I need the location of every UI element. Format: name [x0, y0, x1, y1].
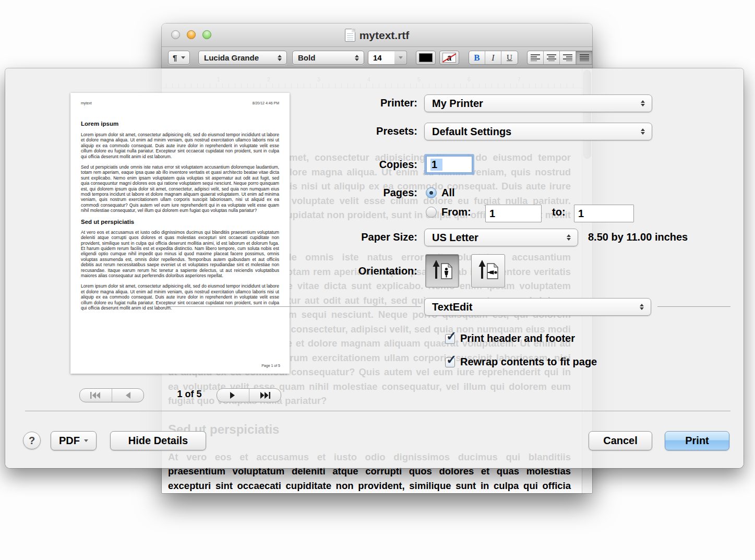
italic-button[interactable]: I	[485, 51, 501, 64]
pages-all-label: All	[441, 187, 455, 199]
landscape-orientation-icon	[476, 259, 500, 283]
align-right-button[interactable]	[560, 51, 576, 64]
preview-header: mytext 8/20/12 4:46 PM	[81, 101, 279, 105]
paper-size-dimensions: 8.50 by 11.00 inches	[588, 231, 688, 243]
stepper-icon	[567, 234, 571, 241]
stepper-icon	[641, 128, 645, 135]
footer-separator	[25, 411, 730, 411]
pages-to-value: 1	[578, 208, 584, 220]
bold-button[interactable]: B	[469, 51, 485, 64]
first-page-button[interactable]	[80, 389, 112, 402]
previous-page-icon	[124, 392, 131, 399]
first-page-icon	[90, 392, 101, 399]
rewrap-contents-option: ✓ Rewrap contents to fit page	[445, 358, 597, 368]
hide-details-label: Hide Details	[128, 435, 188, 447]
app-options-value: TextEdit	[432, 301, 472, 313]
font-size-dropdown-button[interactable]	[394, 51, 407, 65]
copies-field[interactable]: 1	[426, 156, 473, 173]
font-family-popup[interactable]: Lucida Grande	[198, 51, 287, 65]
font-family-value: Lucida Grande	[204, 53, 259, 62]
paper-size-value: US Letter	[432, 232, 478, 244]
pages-from-field[interactable]: 1	[485, 205, 542, 222]
highlight-color-well[interactable]: a	[439, 51, 459, 65]
orientation-portrait-button[interactable]	[425, 254, 459, 288]
preview-heading-2: Sed ut perspiciatis	[81, 219, 279, 225]
align-center-icon	[547, 54, 556, 61]
next-page-icon	[229, 392, 236, 399]
rewrap-contents-checkbox[interactable]: ✓	[445, 358, 455, 367]
previous-page-button[interactable]	[112, 389, 144, 402]
text-style-segmented: B I U	[469, 51, 518, 65]
print-preview-page: mytext 8/20/12 4:46 PM Lorem ipsum Lorem…	[70, 93, 290, 374]
preview-paragraph: Sed ut perspiciatis unde omnis iste natu…	[81, 164, 279, 213]
stepper-icon	[641, 100, 645, 106]
cancel-label: Cancel	[603, 435, 638, 447]
stepper-icon	[278, 55, 282, 61]
orientation-label: Orientation:	[287, 265, 417, 277]
print-button[interactable]: Print	[665, 431, 729, 450]
align-justify-button[interactable]	[576, 51, 592, 64]
portrait-orientation-icon	[430, 259, 454, 283]
align-left-icon	[531, 54, 540, 61]
format-toolbar: ¶ Lucida Grande Bold 14 a	[162, 47, 592, 68]
align-justify-icon	[580, 54, 589, 61]
stepper-icon	[355, 55, 359, 61]
document-icon	[345, 29, 355, 42]
help-button[interactable]: ?	[23, 432, 41, 449]
paper-size-label: Paper Size:	[287, 231, 417, 243]
pages-all-radio[interactable]	[426, 187, 437, 198]
pager-forward-segmented	[217, 388, 281, 402]
copies-value: 1	[430, 159, 442, 171]
pages-range-radio[interactable]	[426, 207, 437, 218]
paper-size-popup[interactable]: US Letter	[424, 229, 578, 246]
copies-label: Copies:	[287, 159, 417, 171]
chevron-down-icon	[181, 56, 185, 59]
align-center-button[interactable]	[544, 51, 560, 64]
alignment-segmented	[527, 51, 592, 65]
paragraph-styles-button[interactable]: ¶	[168, 51, 190, 65]
last-page-icon	[259, 392, 271, 399]
printer-popup[interactable]: My Printer	[424, 94, 652, 112]
orientation-landscape-button[interactable]	[471, 254, 505, 288]
presets-value: Default Settings	[432, 126, 511, 138]
presets-label: Presets:	[287, 125, 417, 137]
pages-label: Pages:	[287, 187, 417, 199]
underline-button[interactable]: U	[501, 51, 518, 64]
align-right-icon	[563, 54, 572, 61]
pager-label: 1 of 5	[158, 389, 221, 400]
print-header-footer-checkbox[interactable]: ✓	[445, 334, 455, 344]
align-left-button[interactable]	[528, 51, 544, 64]
preview-paragraph: Lorem ipsum dolor sit amet, consectetur …	[81, 132, 279, 159]
no-color-icon: a	[442, 53, 456, 63]
hide-details-button[interactable]: Hide Details	[110, 431, 206, 450]
preview-heading-1: Lorem ipsum	[81, 121, 279, 127]
pager-back-segmented	[79, 388, 144, 402]
desktop: mytext.rtf ¶ Lucida Grande Bold 14	[0, 0, 755, 560]
pages-to-label: to:	[552, 206, 566, 218]
pdf-menu-button[interactable]: PDF	[51, 431, 97, 450]
font-style-value: Bold	[298, 53, 315, 62]
window-titlebar[interactable]: mytext.rtf	[162, 23, 592, 47]
presets-popup[interactable]: Default Settings	[424, 123, 652, 140]
window-title-group: mytext.rtf	[162, 23, 592, 47]
last-page-button[interactable]	[249, 389, 281, 402]
font-size-field[interactable]: 14	[368, 51, 395, 65]
pages-to-field[interactable]: 1	[574, 205, 634, 222]
next-page-button[interactable]	[217, 389, 249, 402]
checkmark-icon: ✓	[446, 353, 457, 366]
pilcrow-icon: ¶	[173, 53, 177, 62]
preview-header-datetime: 8/20/12 4:46 PM	[253, 101, 279, 105]
printer-value: My Printer	[432, 98, 483, 110]
stepper-icon	[640, 304, 644, 310]
rewrap-contents-label: Rewrap contents to fit page	[460, 356, 597, 368]
text-color-well[interactable]	[416, 51, 436, 65]
divider-line	[657, 306, 730, 307]
font-style-popup[interactable]: Bold	[292, 51, 364, 65]
pages-from-value: 1	[489, 208, 495, 220]
preview-page-footer: Page 1 of 5	[261, 364, 280, 367]
pages-from-label: From:	[441, 206, 471, 218]
cancel-button[interactable]: Cancel	[589, 431, 652, 450]
app-options-popup[interactable]: TextEdit	[424, 298, 651, 316]
black-color-swatch	[419, 53, 433, 62]
preview-header-filename: mytext	[81, 101, 92, 105]
